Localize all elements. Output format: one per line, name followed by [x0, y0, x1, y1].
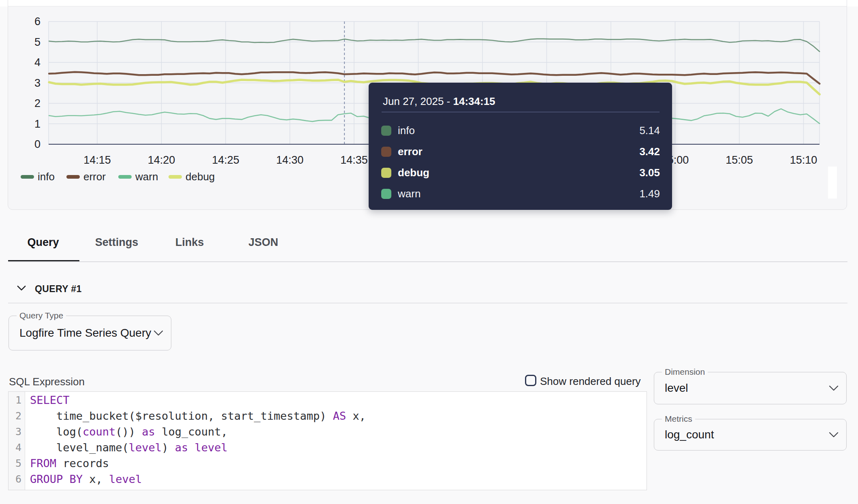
- line-number: 2: [9, 408, 25, 424]
- query-section-divider: [8, 303, 847, 303]
- show-rendered-query-checkbox[interactable]: [525, 375, 536, 386]
- line-number: 5: [9, 455, 25, 471]
- sql-expression-label: SQL Expression: [9, 376, 85, 388]
- tooltip-swatch-debug: [381, 168, 391, 178]
- line-number: 3: [9, 424, 25, 440]
- chart-tooltip: Jun 27, 2025 - 14:34:15 info5.14error3.4…: [369, 83, 672, 210]
- line-number: 4: [9, 440, 25, 455]
- tooltip-row-debug: debug3.05: [369, 162, 672, 183]
- tooltip-series-value: 1.49: [639, 188, 660, 200]
- tooltip-swatch-info: [381, 126, 391, 136]
- dimension-select[interactable]: Dimension level: [654, 372, 847, 404]
- sql-editor[interactable]: 123456 SELECT time_bucket($resolution, s…: [8, 391, 647, 490]
- tab-query[interactable]: Query: [27, 236, 59, 249]
- tooltip-swatch-warn: [381, 189, 391, 199]
- tooltip-series-value: 5.14: [639, 124, 660, 137]
- code-line: time_bucket($resolution, start_timestamp…: [30, 408, 647, 424]
- code-line: level_name(level) as level: [30, 440, 647, 455]
- query-type-value: Logfire Time Series Query: [19, 327, 151, 340]
- tooltip-row-warn: warn1.49: [369, 183, 672, 204]
- collapse-chevron-icon[interactable]: [17, 285, 26, 291]
- query-type-select[interactable]: Query Type Logfire Time Series Query: [9, 316, 171, 350]
- sql-editor-gutter: 123456: [9, 392, 25, 490]
- tooltip-series-value: 3.05: [639, 167, 660, 179]
- chevron-down-icon: [829, 432, 839, 438]
- code-line: log(count()) as log_count,: [30, 424, 647, 440]
- tab-json[interactable]: JSON: [248, 236, 278, 249]
- tooltip-series-label: info: [398, 124, 415, 137]
- tooltip-swatch-error: [381, 147, 391, 157]
- tab-settings[interactable]: Settings: [95, 236, 139, 249]
- code-line: SELECT: [30, 392, 647, 408]
- tooltip-series-label: debug: [398, 167, 429, 179]
- chart-panel-header: [8, 0, 847, 6]
- tooltip-series-label: warn: [398, 188, 420, 200]
- code-line: FROM records: [30, 455, 647, 471]
- metrics-select[interactable]: Metrics log_count: [654, 419, 847, 451]
- tabs-bottom-border: [8, 261, 847, 262]
- tooltip-timestamp: Jun 27, 2025 - 14:34:15: [383, 95, 495, 108]
- chevron-down-icon: [154, 330, 163, 336]
- metrics-label: Metrics: [662, 414, 695, 423]
- dimension-label: Dimension: [662, 367, 708, 376]
- sql-editor-code[interactable]: SELECT time_bucket($resolution, start_ti…: [25, 392, 647, 490]
- tooltip-series-value: 3.42: [639, 145, 660, 158]
- code-line: GROUP BY x, level: [30, 471, 647, 487]
- metrics-value: log_count: [665, 428, 714, 441]
- tooltip-row-info: info5.14: [369, 120, 672, 141]
- show-rendered-query-label: Show rendered query: [540, 375, 641, 388]
- dimension-value: level: [665, 382, 688, 395]
- query-type-label: Query Type: [17, 311, 66, 320]
- chevron-down-icon: [829, 385, 839, 391]
- tooltip-rows: info5.14error3.42debug3.05warn1.49: [369, 120, 672, 204]
- query-section-title[interactable]: QUERY #1: [35, 284, 82, 295]
- tab-links[interactable]: Links: [175, 236, 204, 249]
- chart-scrollbar-artifact: [828, 167, 837, 199]
- tooltip-row-error: error3.42: [369, 141, 672, 162]
- tooltip-divider: [382, 112, 660, 112]
- line-number: 6: [9, 471, 25, 487]
- tooltip-series-label: error: [398, 145, 423, 158]
- line-number: 1: [9, 392, 25, 408]
